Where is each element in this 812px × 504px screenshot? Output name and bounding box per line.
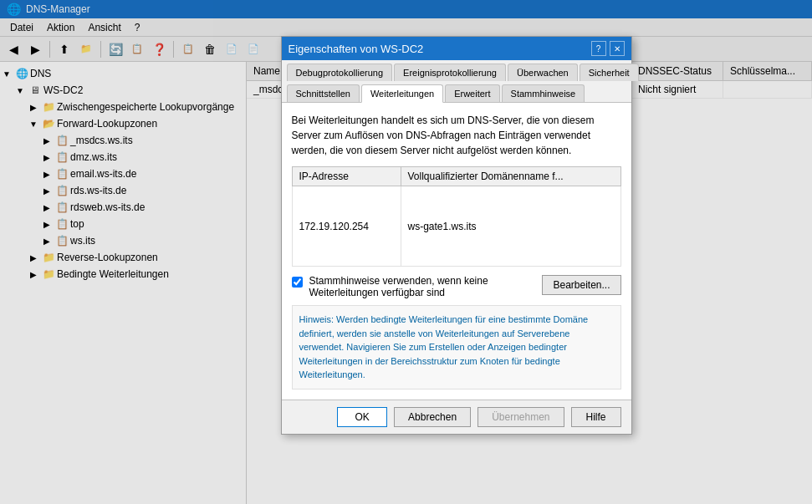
hilfe-button[interactable]: Hilfe: [571, 407, 621, 427]
fwd-cell-fqdn: ws-gate1.ws.its: [401, 186, 620, 267]
hint-text: Hinweis: Werden bedingte Weiterleitungen…: [292, 305, 621, 389]
fwd-col-fqdn: Vollqualifizierter Domänenname f...: [401, 167, 620, 186]
fwd-col-ip: IP-Adresse: [292, 167, 401, 186]
forwarding-table: IP-Adresse Vollqualifizierter Domänennam…: [292, 166, 621, 267]
fwd-row[interactable]: 172.19.120.254 ws-gate1.ws.its: [292, 186, 620, 267]
dialog-eigenschaften: Eigenschaften von WS-DC2 ? ✕ Debugprotok…: [281, 36, 632, 435]
fwd-cell-ip: 172.19.120.254: [292, 186, 401, 267]
dialog-title-bar: Eigenschaften von WS-DC2 ? ✕: [282, 37, 631, 60]
dialog-footer: OK Abbrechen Übernehmen Hilfe: [282, 400, 631, 434]
tab-stammhinweise[interactable]: Stammhinweise: [502, 84, 585, 102]
uebernehmen-button[interactable]: Übernehmen: [477, 407, 564, 427]
dialog-close-btn[interactable]: ✕: [610, 41, 625, 56]
abbrechen-button[interactable]: Abbrechen: [394, 407, 471, 427]
bearbeiten-button[interactable]: Bearbeiten...: [542, 275, 620, 295]
tab-debug[interactable]: Debugprotokollierung: [287, 64, 393, 81]
tab-row-2: Schnittstellen Weiterleitungen Erweitert…: [282, 81, 631, 102]
dialog-title-text: Eigenschaften von WS-DC2: [289, 43, 591, 55]
modal-overlay: Eigenschaften von WS-DC2 ? ✕ Debugprotok…: [0, 0, 812, 504]
dialog-tabs: Debugprotokollierung Ereignisprotokollie…: [282, 60, 631, 103]
tab-row-1: Debugprotokollierung Ereignisprotokollie…: [282, 60, 631, 81]
dialog-title-controls: ? ✕: [591, 41, 625, 56]
stammhinweise-label: Stammhinweise verwenden, wenn keine Weit…: [309, 275, 536, 298]
stammhinweise-checkbox[interactable]: [292, 277, 303, 288]
ok-button[interactable]: OK: [337, 407, 387, 427]
tab-ueberwachen[interactable]: Überwachen: [508, 64, 578, 81]
tab-erweitert[interactable]: Erweitert: [445, 84, 499, 102]
tab-ereignis[interactable]: Ereignisprotokollierung: [394, 64, 506, 81]
tab-schnittstellen[interactable]: Schnittstellen: [287, 84, 360, 102]
dialog-content: Bei Weiterleitungen handelt es sich um D…: [282, 103, 631, 400]
tab-sicherheit[interactable]: Sicherheit: [580, 64, 639, 81]
checkbox-area: Stammhinweise verwenden, wenn keine Weit…: [292, 275, 621, 298]
dialog-help-btn[interactable]: ?: [591, 41, 606, 56]
description-text: Bei Weiterleitungen handelt es sich um D…: [292, 113, 621, 158]
tab-weiterleitungen[interactable]: Weiterleitungen: [361, 84, 443, 103]
